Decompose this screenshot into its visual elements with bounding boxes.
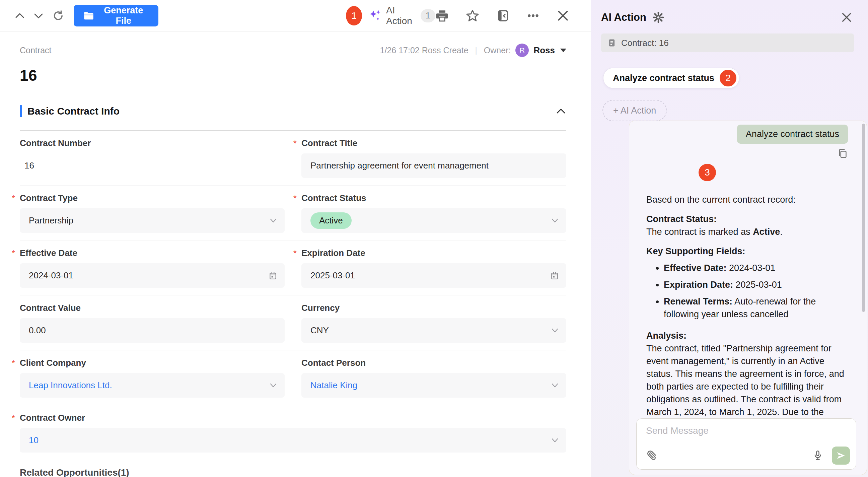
panel-close-icon[interactable] (841, 11, 852, 24)
more-options-button[interactable] (526, 9, 540, 23)
add-ai-action-button[interactable]: + AI Action (602, 100, 667, 121)
ai-action-label: AI Action (386, 5, 416, 27)
field-label: Currency (301, 302, 566, 314)
chevron-down-icon (269, 218, 277, 223)
record-meta: 1/26 17:02 Ross Create | Owner: R Ross (380, 43, 566, 57)
response-fields-heading: Key Supporting Fields: (646, 246, 745, 256)
prev-record-button[interactable] (15, 12, 25, 20)
contract-detail-main: Generate File 1 AI Action 1 (0, 0, 591, 477)
bullet-renewal-terms: Renewal Terms: Auto-renewal for the foll… (664, 295, 848, 321)
close-record-button[interactable] (557, 9, 569, 22)
contract-value-input[interactable]: 0.00 (20, 318, 285, 343)
form-row: *Effective Date 2024-03-01 *Expiration D… (20, 240, 566, 295)
field-label: *Expiration Date (301, 247, 566, 259)
chevron-down-icon (551, 438, 559, 443)
field-contract-type: *Contract Type Partnership (20, 192, 285, 233)
calendar-icon (269, 271, 277, 280)
contract-number-value: 16 (20, 153, 285, 178)
form-row: *Contract Type Partnership *Contract Sta… (20, 185, 566, 240)
owner-caret-icon[interactable] (560, 49, 566, 52)
refresh-button[interactable] (52, 10, 64, 22)
field-contract-title: *Contract Title Partnership agreement fo… (301, 137, 566, 178)
owner-avatar: R (516, 43, 529, 57)
context-chip-label: Contract: 16 (621, 38, 669, 48)
collapse-panel-icon[interactable] (496, 9, 510, 23)
contract-owner-select[interactable]: 10 (20, 428, 566, 452)
contract-type-select[interactable]: Partnership (20, 208, 285, 233)
client-company-link[interactable]: Leap Innovations Ltd. (29, 380, 112, 391)
step-marker-2: 2 (720, 70, 736, 86)
contract-status-select[interactable]: Active (301, 208, 566, 233)
send-button[interactable] (832, 447, 850, 465)
favorite-star-button[interactable] (465, 9, 479, 23)
bullet-expiration-date: Expiration Date: 2025-03-01 (664, 278, 848, 291)
contact-person-link[interactable]: Natalie King (310, 380, 357, 391)
response-status-heading: Contract Status: (646, 214, 717, 224)
section-accent-bar (20, 105, 22, 117)
required-mark: * (293, 248, 297, 258)
field-label: *Contract Status (301, 192, 566, 204)
send-message-input[interactable] (646, 425, 846, 436)
required-mark: * (12, 413, 15, 423)
required-mark: * (12, 248, 15, 258)
context-chip: Contract: 16 (601, 33, 854, 52)
field-contact-person: Contact Person Natalie King (301, 357, 566, 397)
form-row: *Client Company Leap Innovations Ltd. Co… (20, 350, 566, 405)
effective-date-input[interactable]: 2024-03-01 (20, 263, 285, 288)
required-mark: * (12, 193, 15, 203)
field-label: *Contract Owner (20, 412, 566, 423)
ai-action-entry[interactable]: 1 AI Action 1 (346, 5, 435, 27)
next-record-button[interactable] (33, 12, 43, 20)
contract-title-input[interactable]: Partnership agreement for event manageme… (301, 153, 566, 178)
user-message-bubble: Analyze contract status (737, 125, 848, 144)
required-mark: * (293, 193, 297, 203)
field-effective-date: *Effective Date 2024-03-01 (20, 247, 285, 288)
field-label: Contract Number (20, 137, 285, 149)
contract-owner-link[interactable]: 10 (29, 435, 38, 446)
field-expiration-date: *Expiration Date 2025-03-01 (301, 247, 566, 288)
owner-name[interactable]: Ross (533, 45, 555, 56)
expiration-date-input[interactable]: 2025-03-01 (301, 263, 566, 288)
form-row: Contract Number 16 *Contract Title Partn… (20, 131, 566, 185)
client-company-select[interactable]: Leap Innovations Ltd. (20, 373, 285, 397)
step-marker-1: 1 (346, 6, 362, 26)
ai-chat-area: Analyze contract status 3 Based on the c… (629, 121, 867, 475)
microphone-icon[interactable] (812, 450, 823, 461)
chevron-down-icon (551, 218, 559, 223)
section-collapse-chevron[interactable] (556, 108, 566, 115)
field-contract-value: Contract Value 0.00 (20, 302, 285, 343)
chat-scrollbar[interactable] (862, 124, 865, 312)
response-bullet-list: Effective Date: 2024-03-01 Expiration Da… (646, 262, 848, 321)
meta-divider: | (475, 46, 477, 55)
expiration-date-value: 2025-03-01 (310, 270, 355, 281)
copy-icon[interactable] (837, 148, 848, 159)
form-row: *Contract Owner 10 (20, 405, 566, 460)
action-pill-label: Analyze contract status (613, 73, 714, 83)
generate-file-label: Generate File (98, 5, 148, 26)
response-analysis-heading: Analysis: (646, 331, 686, 341)
chevron-down-icon (551, 383, 559, 388)
chevron-down-icon (269, 383, 277, 388)
gear-icon[interactable] (652, 11, 664, 24)
contract-type-value: Partnership (29, 215, 73, 226)
generate-file-button[interactable]: Generate File (74, 5, 158, 27)
response-intro: Based on the current contract record: (646, 193, 848, 206)
step-marker-3: 3 (699, 164, 716, 181)
field-label: *Client Company (20, 357, 285, 368)
contact-person-select[interactable]: Natalie King (301, 373, 566, 397)
form-row: Contract Value 0.00 Currency CNY (20, 295, 566, 350)
toolbar: Generate File 1 AI Action 1 (0, 0, 591, 31)
print-button[interactable] (435, 9, 449, 23)
attachment-icon[interactable] (645, 450, 657, 461)
contract-title-value: Partnership agreement for event manageme… (310, 160, 489, 171)
app-window: Generate File 1 AI Action 1 (0, 0, 868, 477)
ai-action-count-badge: 1 (421, 9, 435, 23)
section-title: Basic Contract Info (27, 106, 120, 117)
owner-label: Owner: (484, 46, 511, 55)
message-composer (636, 418, 856, 470)
ai-panel-title: AI Action (601, 11, 646, 24)
field-label: *Contract Type (20, 192, 285, 204)
currency-select[interactable]: CNY (301, 318, 566, 343)
analyze-contract-status-button[interactable]: Analyze contract status 2 (603, 68, 739, 88)
related-opportunities-heading: Related Opportunities(1) (20, 467, 566, 477)
